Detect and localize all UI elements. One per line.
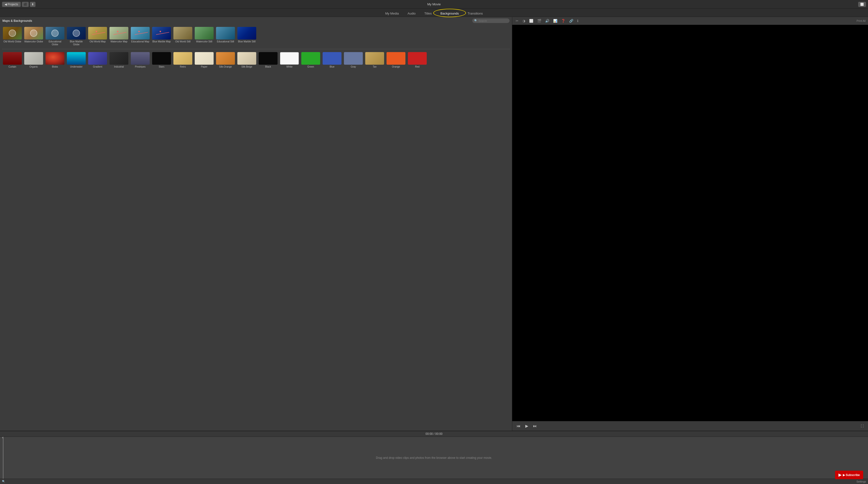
bg-item-paper[interactable]: Paper — [194, 51, 215, 69]
bg-item-underwater[interactable]: Underwater — [66, 51, 87, 69]
bg-item-educational-still[interactable]: Educational Still — [215, 26, 236, 47]
timeline-body: Drag and drop video clips and photos fro… — [0, 437, 868, 479]
tab-transitions[interactable]: Transitions — [463, 10, 487, 17]
projects-button[interactable]: ◀ Projects — [2, 2, 21, 7]
bg-item-gray[interactable]: Gray — [343, 51, 364, 69]
bg-label-blue-marble-globe: Blue Marble Globe — [67, 40, 86, 46]
thumb-orange — [386, 52, 405, 65]
bg-label-educational-still: Educational Still — [217, 40, 234, 43]
tab-my-media[interactable]: My Media — [381, 10, 403, 17]
bg-item-curtain[interactable]: Curtain — [2, 51, 23, 69]
thumb-blue — [322, 52, 341, 65]
thumb-stars — [152, 52, 171, 65]
bg-label-educational-globe: Educational Globe — [45, 40, 64, 46]
link-icon[interactable]: 🔗 — [568, 19, 574, 23]
fast-forward-button[interactable]: ⏭ — [532, 423, 538, 429]
thumb-silk-orange — [216, 52, 235, 65]
download-button[interactable]: ⬇ — [30, 2, 36, 7]
map-dot — [138, 31, 140, 32]
top-bar-right: ⬜ — [858, 2, 866, 7]
bg-item-educational-globe[interactable]: Educational Globe — [44, 26, 65, 47]
import-button[interactable]: ⬛ — [22, 2, 29, 7]
search-box[interactable]: 🔍 — [472, 19, 509, 23]
bg-label-tan: Tan — [373, 65, 377, 68]
map-dot — [117, 31, 118, 32]
audio-icon[interactable]: 🔊 — [544, 19, 550, 23]
bg-item-educational-map[interactable]: Educational Map — [130, 26, 151, 47]
bg-item-red[interactable]: Red — [407, 51, 428, 69]
bg-label-gray: Gray — [351, 65, 356, 68]
video-icon[interactable]: 🎬 — [536, 19, 542, 23]
bg-label-stars: Stars — [159, 65, 164, 68]
bg-item-retro[interactable]: Retro — [173, 51, 193, 69]
preview-toolbar: ✂ ◑ ⬜ 🎬 🔊 📊 ❓ 🔗 ℹ Print All — [512, 17, 868, 25]
bg-item-old-world-map[interactable]: Old World Map — [87, 26, 108, 47]
bg-item-blue-marble-map[interactable]: Blue Marble Map — [151, 26, 172, 47]
print-all-button[interactable]: Print All — [857, 19, 866, 22]
maps-grid: Old World Globe Watercolor Globe Educati… — [2, 26, 510, 47]
crop-icon[interactable]: ✂ — [515, 19, 520, 23]
fullscreen-preview-button[interactable]: ⛶ — [859, 424, 865, 428]
fullscreen-button[interactable]: ⬜ — [858, 2, 866, 7]
search-input[interactable] — [478, 19, 507, 22]
backgrounds-grid: Curtain Organic Blobs Underwater Gradien — [2, 51, 510, 69]
bg-item-blue[interactable]: Blue — [321, 51, 342, 69]
info-icon[interactable]: ℹ — [576, 19, 579, 23]
bg-label-green: Green — [307, 65, 314, 68]
tab-audio[interactable]: Audio — [403, 10, 420, 17]
bg-item-orange[interactable]: Orange — [385, 51, 406, 69]
bg-item-green[interactable]: Green — [300, 51, 321, 69]
youtube-subscribe-badge[interactable]: ▶ ▶ Subscribe — [835, 471, 863, 479]
map-dot — [160, 31, 161, 32]
bg-label-organic: Organic — [29, 65, 38, 68]
bg-item-gradient[interactable]: Gradient — [87, 51, 108, 69]
help-icon[interactable]: ❓ — [560, 19, 566, 23]
app-title: My Movie — [427, 2, 441, 6]
bg-item-old-world-globe[interactable]: Old World Globe — [2, 26, 23, 47]
thumb-watercolor-map — [110, 27, 128, 39]
bg-item-watercolor-map[interactable]: Watercolor Map — [108, 26, 129, 47]
timeline-controls: 00:00 / 00:00 — [0, 431, 868, 437]
bg-label-old-world-still: Old World Still — [175, 40, 190, 43]
bg-item-pinstripes[interactable]: Pinstripes — [130, 51, 151, 69]
bg-item-old-world-still[interactable]: Old World Still — [173, 26, 193, 47]
bg-item-white[interactable]: White — [279, 51, 300, 69]
main-content: Maps & Backgrounds 🔍 Old World Globe — [0, 17, 868, 431]
thumb-gray — [344, 52, 363, 65]
chart-icon[interactable]: 📊 — [552, 19, 558, 23]
browser-content: Old World Globe Watercolor Globe Educati… — [0, 25, 512, 431]
bg-item-silk-orange[interactable]: Silk-Orange — [215, 51, 236, 69]
bg-label-old-world-map: Old World Map — [90, 40, 106, 43]
bg-item-tan[interactable]: Tan — [364, 51, 385, 69]
timeline-time: 00:00 / 00:00 — [426, 432, 442, 435]
bg-item-industrial[interactable]: Industrial — [108, 51, 129, 69]
tab-backgrounds[interactable]: Backgrounds — [436, 10, 463, 17]
bg-label-blobs: Blobs — [52, 65, 58, 68]
bg-item-stars[interactable]: Stars — [151, 51, 172, 69]
bg-item-watercolor-globe[interactable]: Watercolor Globe — [23, 26, 44, 47]
map-line — [156, 32, 169, 35]
bg-item-blue-marble-still[interactable]: Blue Marble Still — [237, 26, 257, 47]
bg-item-blue-marble-globe[interactable]: Blue Marble Globe — [66, 26, 87, 47]
rewind-button[interactable]: ⏮ — [515, 423, 522, 429]
tab-titles[interactable]: Titles — [420, 10, 436, 17]
bg-item-blobs[interactable]: Blobs — [44, 51, 65, 69]
color-icon[interactable]: ◑ — [521, 19, 526, 23]
settings-button[interactable]: Settings — [857, 480, 866, 483]
frame-icon[interactable]: ⬜ — [528, 19, 534, 23]
bg-item-black[interactable]: Black — [258, 51, 279, 69]
browser-panel: Maps & Backgrounds 🔍 Old World Globe — [0, 17, 512, 431]
bg-item-watercolor-still[interactable]: Watercolor Still — [194, 26, 215, 47]
top-bar: ◀ Projects ⬛ ⬇ My Movie ⬜ — [0, 0, 868, 9]
bg-label-blue-marble-map: Blue Marble Map — [152, 40, 171, 43]
zoom-icon: 🔍 — [2, 480, 5, 483]
bg-label-old-world-globe: Old World Globe — [3, 40, 21, 43]
bg-item-silk-beige[interactable]: Silk-Beige — [237, 51, 257, 69]
bg-item-organic[interactable]: Organic — [23, 51, 44, 69]
thumb-black — [259, 52, 278, 65]
thumb-blue-marble-globe — [67, 27, 86, 39]
map-dot — [96, 31, 97, 32]
globe-visual — [51, 30, 59, 37]
play-button[interactable]: ▶ — [524, 423, 530, 429]
top-bar-left: ◀ Projects ⬛ ⬇ — [2, 2, 36, 7]
